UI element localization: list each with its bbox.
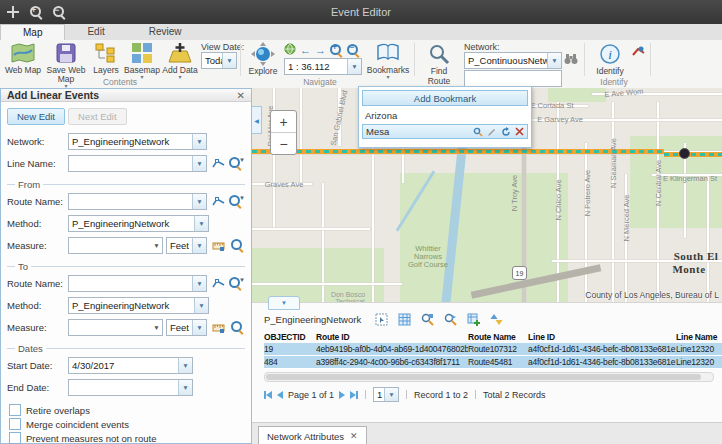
attribute-grid-icon[interactable]: [397, 312, 411, 326]
add-bookmark-button[interactable]: Add Bookmark: [362, 90, 528, 106]
zoom-to-route-icon[interactable]: ▼: [229, 195, 245, 208]
to-measure-unit-select[interactable]: Feet▼: [166, 319, 207, 336]
to-method-select[interactable]: P_EngineeringNetwork▼: [68, 297, 209, 314]
map-zoom-out-button[interactable]: −: [271, 132, 296, 154]
table-cell: 484: [264, 357, 316, 367]
close-icon[interactable]: ✕: [350, 431, 358, 441]
world-extent-icon[interactable]: [284, 43, 296, 57]
ribbon-tab-bar: Map Edit Review: [0, 24, 722, 41]
previous-extent-icon[interactable]: ←: [300, 45, 311, 55]
checkbox[interactable]: [9, 418, 21, 430]
find-route-button[interactable]: Find Route: [420, 42, 458, 86]
tab-network-attributes[interactable]: Network Attributes ✕: [258, 426, 367, 444]
line-name-label: Line Name:: [7, 158, 65, 169]
line-name-select[interactable]: ▼: [68, 155, 207, 172]
zoom-to-route-icon[interactable]: ▼: [229, 277, 245, 290]
bookmarks-button[interactable]: Bookmarks▾: [366, 41, 410, 80]
map-scale-select[interactable]: 1 : 36.112▼: [284, 58, 362, 75]
select-measure-on-map-icon[interactable]: [210, 240, 226, 252]
from-measure-unit-select[interactable]: Feet▼: [166, 237, 207, 254]
zoom-out-tool-icon[interactable]: −: [347, 44, 360, 57]
web-map-button[interactable]: Web Map: [4, 41, 42, 75]
zoom-to-bookmark-icon[interactable]: [473, 127, 483, 137]
zoom-to-measure-icon[interactable]: [229, 321, 245, 334]
record-range-label: Record 1 to 2: [414, 390, 468, 400]
edit-bookmark-icon[interactable]: [487, 127, 497, 137]
layers-icon: [93, 41, 119, 65]
column-header[interactable]: Route ID: [316, 332, 468, 342]
new-edit-button[interactable]: New Edit: [7, 108, 65, 125]
from-method-select[interactable]: P_EngineeringNetwork▼: [68, 215, 209, 232]
bookmark-item[interactable]: Arizona: [362, 108, 528, 122]
column-header[interactable]: OBJECTID: [264, 332, 316, 342]
total-records-label: Total 2 Records: [483, 390, 546, 400]
delete-bookmark-icon[interactable]: [515, 127, 524, 136]
select-line-on-map-icon[interactable]: [210, 157, 226, 170]
zoom-in-icon[interactable]: +: [26, 3, 46, 21]
from-route-name-select[interactable]: ▼: [68, 193, 207, 210]
table-row[interactable]: 194eb9419b-af0b-4d04-ab69-1d400476802bRo…: [264, 343, 722, 356]
table-collapse-arrow[interactable]: ▼: [268, 296, 300, 310]
page-number-select[interactable]: 1▼: [373, 387, 399, 402]
find-route-input[interactable]: [464, 70, 562, 87]
column-header[interactable]: Line Name: [676, 332, 722, 342]
bookmark-name: Arizona: [365, 110, 397, 121]
binoculars-icon[interactable]: [564, 53, 578, 67]
next-page-icon[interactable]: [339, 391, 345, 399]
zoom-to-line-icon[interactable]: ▼: [229, 157, 245, 170]
next-edit-button[interactable]: Next Edit: [68, 108, 127, 125]
map-label: N Potrero Ave: [583, 170, 592, 217]
checkbox[interactable]: [9, 404, 21, 416]
previous-page-icon[interactable]: [277, 391, 283, 399]
select-route-on-map-icon[interactable]: [210, 277, 226, 290]
ribbon: Web Map Save Web Map▾ Layers Basemap▾ Ad…: [0, 40, 722, 89]
network-select[interactable]: P_ContinuousNetwork▼: [464, 52, 562, 69]
checkbox[interactable]: [9, 432, 21, 444]
pan-icon[interactable]: [3, 3, 23, 21]
show-selected-records-icon[interactable]: [374, 312, 388, 326]
tab-review[interactable]: Review: [127, 24, 204, 40]
column-header[interactable]: Line ID: [528, 332, 676, 342]
close-icon[interactable]: ✕: [237, 90, 245, 101]
to-measure-input[interactable]: ▼: [68, 319, 163, 336]
first-page-icon[interactable]: [264, 391, 272, 399]
pan-to-selection-icon[interactable]: [443, 312, 457, 326]
tab-edit[interactable]: Edit: [65, 24, 126, 40]
basemap-button[interactable]: Basemap▾: [124, 41, 160, 80]
table-header-row: OBJECTIDRoute IDRoute NameLine IDLine Na…: [264, 330, 722, 343]
tab-map[interactable]: Map: [0, 24, 65, 41]
to-route-name-select[interactable]: ▼: [68, 275, 207, 292]
map-label: E Garvey Ave: [537, 115, 583, 124]
map-label: San Gabriel Blvd: [329, 90, 350, 147]
next-extent-icon[interactable]: →: [315, 45, 326, 55]
zoom-out-icon[interactable]: −: [49, 3, 69, 21]
view-date-label: View Date:: [201, 42, 244, 52]
add-data-button[interactable]: Add Data▾: [162, 41, 198, 80]
table-row[interactable]: 484a398ff4c-2940-4c00-96b6-c6343f8f1711R…: [264, 356, 722, 369]
identify-button[interactable]: i Identify: [592, 42, 628, 76]
layers-button[interactable]: Layers: [90, 41, 122, 75]
zoom-to-measure-icon[interactable]: [229, 239, 245, 252]
bookmark-item[interactable]: Mesa: [362, 124, 528, 139]
update-bookmark-icon[interactable]: [501, 127, 511, 137]
panel-network-select[interactable]: P_EngineeringNetwork▼: [68, 133, 207, 150]
basemap-icon: [129, 41, 155, 65]
select-route-on-map-icon[interactable]: [210, 195, 226, 208]
end-date-select[interactable]: ▼: [68, 379, 193, 396]
attribute-set-icon[interactable]: [466, 312, 480, 326]
last-page-icon[interactable]: [350, 391, 358, 399]
from-measure-input[interactable]: ▼: [68, 237, 163, 254]
sort-icon[interactable]: [489, 312, 503, 326]
panel-collapse-arrow[interactable]: ◀: [252, 106, 262, 134]
identify-route-location-icon[interactable]: [632, 46, 645, 61]
zoom-to-selection-icon[interactable]: [420, 312, 434, 326]
table-horizontal-scrollbar[interactable]: [264, 372, 714, 382]
view-date-select[interactable]: Today▼: [201, 52, 237, 69]
svg-text:i: i: [608, 47, 612, 62]
explore-button[interactable]: Explore: [246, 42, 280, 76]
column-header[interactable]: Route Name: [468, 332, 528, 342]
select-measure-on-map-icon[interactable]: [210, 322, 226, 334]
zoom-in-tool-icon[interactable]: +: [330, 44, 343, 57]
start-date-select[interactable]: 4/30/2017▼: [68, 357, 193, 374]
map-zoom-in-button[interactable]: +: [271, 111, 296, 132]
